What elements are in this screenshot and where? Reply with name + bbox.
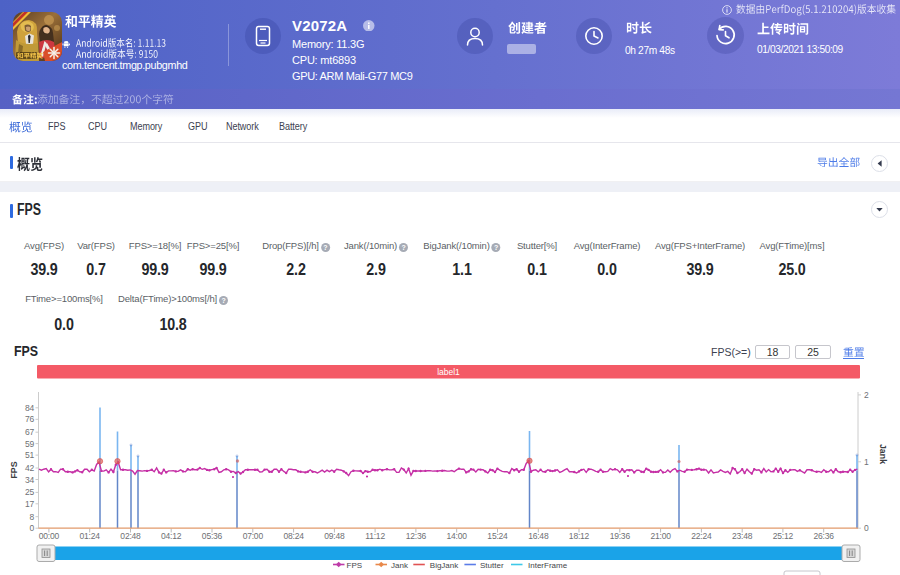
- svg-text:59: 59: [25, 439, 35, 449]
- svg-text:05:36: 05:36: [202, 531, 223, 541]
- svg-text:76: 76: [25, 414, 35, 424]
- svg-text:15:24: 15:24: [487, 531, 508, 541]
- svg-text:14:00: 14:00: [447, 531, 468, 541]
- svg-text:07:00: 07:00: [243, 531, 264, 541]
- svg-text:16:48: 16:48: [528, 531, 549, 541]
- svg-text:InterFrame: InterFrame: [528, 561, 568, 570]
- svg-text:51: 51: [25, 450, 35, 460]
- svg-text:23:48: 23:48: [732, 531, 753, 541]
- svg-text:26:36: 26:36: [814, 531, 835, 541]
- svg-text:25: 25: [25, 487, 35, 497]
- svg-text:08:24: 08:24: [283, 531, 304, 541]
- svg-text:18:12: 18:12: [569, 531, 590, 541]
- svg-text:09:48: 09:48: [324, 531, 345, 541]
- svg-text:34: 34: [25, 475, 35, 485]
- svg-text:1: 1: [864, 457, 869, 467]
- svg-text:12:36: 12:36: [406, 531, 427, 541]
- svg-text:Jank: Jank: [878, 444, 888, 464]
- svg-text:01:24: 01:24: [80, 531, 101, 541]
- svg-text:04:12: 04:12: [161, 531, 182, 541]
- svg-text:Stutter: Stutter: [480, 561, 504, 570]
- svg-text:FPS: FPS: [9, 461, 19, 478]
- svg-text:17: 17: [25, 499, 35, 509]
- svg-text:11:12: 11:12: [365, 531, 385, 541]
- svg-text:FPS: FPS: [347, 561, 363, 570]
- svg-text:00:00: 00:00: [39, 531, 60, 541]
- svg-text:19:36: 19:36: [610, 531, 631, 541]
- svg-text:0: 0: [864, 523, 869, 533]
- svg-text:8: 8: [29, 512, 34, 522]
- svg-text:Jank: Jank: [391, 561, 409, 570]
- svg-text:label1: label1: [437, 367, 460, 377]
- svg-text:02:48: 02:48: [120, 531, 141, 541]
- svg-text:BigJank: BigJank: [430, 561, 459, 570]
- svg-text:42: 42: [25, 463, 35, 473]
- svg-text:21:00: 21:00: [650, 531, 671, 541]
- svg-text:2: 2: [864, 390, 869, 400]
- svg-text:25:12: 25:12: [773, 531, 794, 541]
- svg-text:84: 84: [25, 403, 35, 413]
- svg-text:67: 67: [25, 427, 35, 437]
- svg-text:22:24: 22:24: [691, 531, 712, 541]
- svg-text:0: 0: [29, 523, 34, 533]
